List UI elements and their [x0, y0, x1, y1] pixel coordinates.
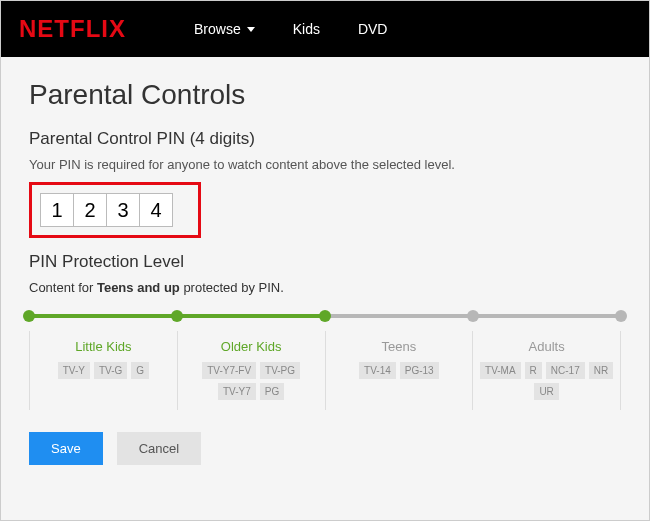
level-col-little-kids[interactable]: Little KidsTV-YTV-GG [30, 331, 178, 410]
rating-tag: TV-14 [359, 362, 396, 379]
slider-stop-0[interactable] [23, 310, 35, 322]
pin-subtext: Your PIN is required for anyone to watch… [29, 157, 621, 172]
caret-down-icon [247, 27, 255, 32]
rating-tags: TV-14PG-13 [332, 362, 467, 379]
level-title: Adults [479, 339, 614, 354]
rating-tag: TV-G [94, 362, 127, 379]
rating-tag: G [131, 362, 149, 379]
level-title: Little Kids [36, 339, 171, 354]
save-button[interactable]: Save [29, 432, 103, 465]
rating-tags: TV-Y7-FVTV-PGTV-Y7PG [184, 362, 319, 400]
protection-slider[interactable] [29, 309, 621, 323]
slider-stop-4[interactable] [615, 310, 627, 322]
netflix-logo: NETFLIX [19, 15, 126, 43]
rating-tags: TV-YTV-GG [36, 362, 171, 379]
rating-tag: TV-Y [58, 362, 90, 379]
nav-browse[interactable]: Browse [194, 21, 255, 37]
rating-tag: PG [260, 383, 284, 400]
level-col-adults[interactable]: AdultsTV-MARNC-17NRUR [473, 331, 621, 410]
slider-stop-2[interactable] [319, 310, 331, 322]
rating-tag: NR [589, 362, 613, 379]
level-col-older-kids[interactable]: Older KidsTV-Y7-FVTV-PGTV-Y7PG [178, 331, 326, 410]
rating-tag: NC-17 [546, 362, 585, 379]
level-desc-prefix: Content for [29, 280, 97, 295]
page-title: Parental Controls [29, 79, 621, 111]
level-col-teens[interactable]: TeensTV-14PG-13 [326, 331, 474, 410]
rating-tag: TV-Y7-FV [202, 362, 256, 379]
pin-heading: Parental Control PIN (4 digits) [29, 129, 621, 149]
cancel-button[interactable]: Cancel [117, 432, 201, 465]
rating-tag: UR [534, 383, 558, 400]
pin-digit-1[interactable]: 1 [40, 193, 74, 227]
rating-tag: TV-Y7 [218, 383, 256, 400]
pin-digit-2[interactable]: 2 [73, 193, 107, 227]
page-content: Parental Controls Parental Control PIN (… [1, 57, 649, 520]
action-row: Save Cancel [29, 432, 621, 465]
level-title: Teens [332, 339, 467, 354]
rating-tag: TV-PG [260, 362, 300, 379]
nav-kids[interactable]: Kids [293, 21, 320, 37]
pin-digit-4[interactable]: 4 [139, 193, 173, 227]
rating-tag: TV-MA [480, 362, 521, 379]
nav: Browse Kids DVD [194, 21, 387, 37]
level-description: Content for Teens and up protected by PI… [29, 280, 621, 295]
slider-stop-1[interactable] [171, 310, 183, 322]
pin-digit-3[interactable]: 3 [106, 193, 140, 227]
level-desc-suffix: protected by PIN. [180, 280, 284, 295]
top-bar: NETFLIX Browse Kids DVD [1, 1, 649, 57]
pin-highlight-box: 1 2 3 4 [29, 182, 201, 238]
rating-tag: R [525, 362, 542, 379]
level-desc-bold: Teens and up [97, 280, 180, 295]
nav-dvd[interactable]: DVD [358, 21, 388, 37]
nav-browse-label: Browse [194, 21, 241, 37]
level-columns: Little KidsTV-YTV-GGOlder KidsTV-Y7-FVTV… [29, 331, 621, 410]
rating-tag: PG-13 [400, 362, 439, 379]
slider-stop-3[interactable] [467, 310, 479, 322]
level-title: Older Kids [184, 339, 319, 354]
pin-input-group: 1 2 3 4 [40, 193, 172, 227]
rating-tags: TV-MARNC-17NRUR [479, 362, 614, 400]
level-heading: PIN Protection Level [29, 252, 621, 272]
